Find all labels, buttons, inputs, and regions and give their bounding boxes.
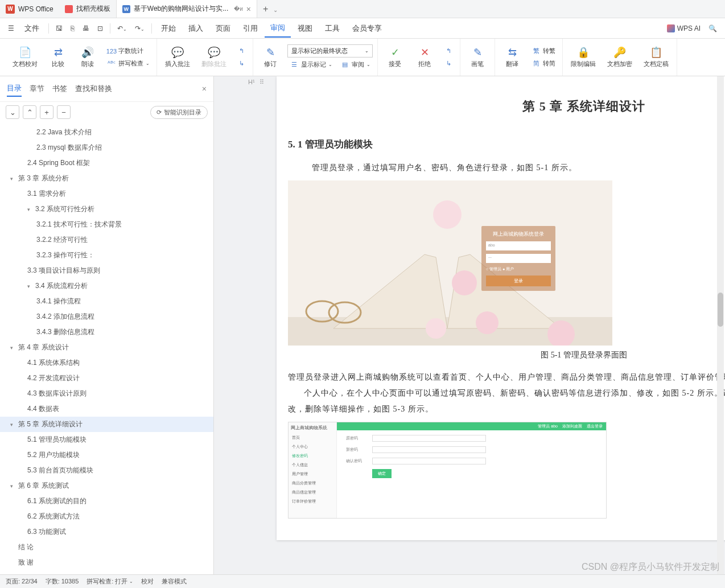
toc-item[interactable]: ▾3.4 系统流程分析	[0, 278, 213, 294]
undo-icon[interactable]: ↶⌄	[114, 22, 130, 35]
wps-ai-button[interactable]: WPS AI	[667, 24, 701, 32]
toc-item[interactable]: 3.4.2 添加信息流程	[0, 309, 213, 324]
proofing-status[interactable]: 校对	[141, 577, 154, 586]
toc-item[interactable]: 3.2.1 技术可行性：技术背景	[0, 217, 213, 232]
search-icon[interactable]: 🔍	[705, 22, 720, 35]
translate-button[interactable]: ⇆翻译	[500, 44, 525, 71]
spell-check-status[interactable]: 拼写检查: 打开⌄	[86, 577, 133, 586]
to-traditional-button[interactable]: 繁转繁	[529, 46, 558, 57]
toc-item[interactable]: ▾第 6 章 系统测试	[0, 478, 213, 494]
chevron-down-icon[interactable]: ▾	[10, 345, 16, 351]
new-tab-button[interactable]: + ⌄	[257, 4, 283, 14]
toc-item[interactable]: ▾第 5 章 系统详细设计	[0, 417, 213, 432]
collapse-all-button[interactable]: ⌄	[6, 105, 19, 119]
page-indicator[interactable]: 页面: 22/34	[6, 577, 38, 586]
sidebar-tab-find-replace[interactable]: 查找和替换	[75, 81, 112, 96]
menu-view[interactable]: 视图	[292, 20, 318, 37]
chevron-down-icon[interactable]: ▾	[10, 483, 16, 489]
toc-item[interactable]: ▾3.2 系统可行性分析	[0, 202, 213, 217]
word-count-indicator[interactable]: 字数: 10385	[46, 577, 79, 586]
toc-item[interactable]: 2.2 Java 技术介绍	[0, 125, 213, 140]
grid-icon[interactable]: ⠿	[259, 79, 264, 86]
print-icon[interactable]: 🖶	[79, 22, 93, 35]
toc-list[interactable]: 2.2 Java 技术介绍2.3 mysql 数据库介绍2.4 Spring B…	[0, 122, 213, 574]
toc-item[interactable]: 5.1 管理员功能模块	[0, 432, 213, 447]
save-as-icon[interactable]: ⎘	[67, 22, 78, 35]
next-change-button[interactable]: ↳	[442, 58, 455, 69]
toc-item[interactable]: 3.4.1 操作流程	[0, 294, 213, 309]
menu-icon[interactable]: ☰	[5, 22, 18, 35]
expand-all-button[interactable]: ⌃	[23, 105, 36, 119]
accept-button[interactable]: ✓接受	[382, 44, 407, 71]
toc-item[interactable]: 3.4.3 删除信息流程	[0, 324, 213, 340]
compare-button[interactable]: ⇄比较	[46, 44, 71, 71]
toc-item[interactable]: 2.3 mysql 数据库介绍	[0, 140, 213, 155]
menu-start[interactable]: 开始	[155, 20, 182, 37]
ink-button[interactable]: ✎画笔	[465, 44, 490, 71]
encrypt-button[interactable]: 🔑文档加密	[604, 44, 636, 71]
chevron-down-icon[interactable]: ▾	[10, 176, 16, 182]
toc-item[interactable]: ▾第 4 章 系统设计	[0, 340, 213, 355]
menu-membership[interactable]: 会员专享	[347, 20, 388, 37]
finalize-button[interactable]: 📋文档定稿	[640, 44, 672, 71]
toc-item[interactable]: 5.3 前台首页功能模块	[0, 463, 213, 478]
revise-button[interactable]: ✎修订	[258, 44, 283, 71]
file-menu[interactable]: 文件	[19, 20, 45, 37]
menu-tools[interactable]: 工具	[319, 20, 345, 37]
chevron-down-icon[interactable]: ▾	[27, 283, 33, 289]
remove-toc-button[interactable]: −	[57, 105, 71, 119]
smart-toc-button[interactable]: ⟳智能识别目录	[150, 106, 208, 119]
menu-references[interactable]: 引用	[237, 20, 263, 37]
doc-proofing-button[interactable]: 📄文档校对	[9, 44, 41, 71]
toc-item[interactable]: 4.2 开发流程设计	[0, 371, 213, 386]
sidebar-tab-toc[interactable]: 目录	[7, 81, 22, 97]
tab-document[interactable]: W 基于Web的购物网站设计与实... �и ×	[117, 0, 257, 18]
menu-review[interactable]: 审阅	[265, 19, 291, 38]
next-comment-button[interactable]: ↳	[234, 58, 248, 69]
toc-item[interactable]: 2.4 Spring Boot 框架	[0, 155, 213, 171]
word-count-button[interactable]: 123字数统计	[105, 46, 152, 57]
save-icon[interactable]: 🖫	[52, 22, 66, 35]
toc-item[interactable]: 4.4 数据表	[0, 401, 213, 417]
sidebar-tab-chapters[interactable]: 章节	[30, 81, 44, 96]
review-pane-button[interactable]: ▤审阅⌄	[338, 59, 373, 70]
toc-item[interactable]: 致 谢	[0, 555, 213, 570]
toc-item[interactable]: 参考文献	[0, 570, 213, 574]
read-aloud-button[interactable]: 🔊朗读	[75, 44, 100, 71]
sidebar-tab-bookmarks[interactable]: 书签	[52, 81, 67, 96]
insert-comment-button[interactable]: 💬插入批注	[162, 44, 193, 71]
heading-indicator-icon[interactable]: H¹	[248, 79, 255, 86]
toc-item[interactable]: ▾第 3 章 系统分析	[0, 171, 213, 186]
menu-insert[interactable]: 插入	[183, 20, 209, 37]
scrollbar-thumb[interactable]	[718, 293, 723, 327]
toc-item[interactable]: 6.1 系统测试的目的	[0, 494, 213, 509]
prev-comment-button[interactable]: ↰	[234, 46, 248, 57]
tab-templates[interactable]: 找稻壳模板	[59, 0, 117, 18]
document-area[interactable]: H¹ ⠿ 第 5 章 系统详细设计 5. 1 管理员功能模块 管理员登录，通过填…	[214, 76, 725, 574]
toc-item[interactable]: 4.1 系统体系结构	[0, 355, 213, 371]
reject-button[interactable]: ✕拒绝	[412, 44, 437, 71]
compat-mode[interactable]: 兼容模式	[162, 577, 187, 586]
toc-item[interactable]: 6.3 功能测试	[0, 524, 213, 540]
vertical-scrollbar[interactable]	[717, 76, 724, 574]
add-toc-button[interactable]: +	[40, 105, 53, 119]
restore-icon[interactable]: �и	[234, 6, 243, 12]
show-markup-button[interactable]: ☰显示标记⌄	[287, 59, 335, 70]
toc-item[interactable]: 4.3 数据库设计原则	[0, 386, 213, 401]
toc-item[interactable]: 6.2 系统测试方法	[0, 509, 213, 524]
chevron-down-icon[interactable]: ▾	[10, 422, 16, 427]
markup-state-dropdown[interactable]: 显示标记的最终状态⌄	[287, 44, 373, 57]
chevron-down-icon[interactable]: ▾	[27, 207, 33, 212]
prev-change-button[interactable]: ↰	[442, 46, 455, 57]
close-sidebar-icon[interactable]: ×	[202, 84, 207, 93]
toc-item[interactable]: 3.3 项目设计目标与原则	[0, 263, 213, 278]
toc-item[interactable]: 3.1 需求分析	[0, 186, 213, 202]
close-tab-icon[interactable]: ×	[246, 5, 251, 14]
print-preview-icon[interactable]: ⊡	[94, 22, 106, 35]
restrict-editing-button[interactable]: 🔒限制编辑	[567, 44, 599, 71]
to-simplified-button[interactable]: 简转简	[529, 58, 558, 69]
toc-item[interactable]: 结 论	[0, 540, 213, 555]
toc-item[interactable]: 3.2.3 操作可行性：	[0, 248, 213, 263]
spell-check-button[interactable]: ᴬᴮᶜ拼写检查⌄	[105, 58, 152, 69]
menu-page[interactable]: 页面	[210, 20, 236, 37]
